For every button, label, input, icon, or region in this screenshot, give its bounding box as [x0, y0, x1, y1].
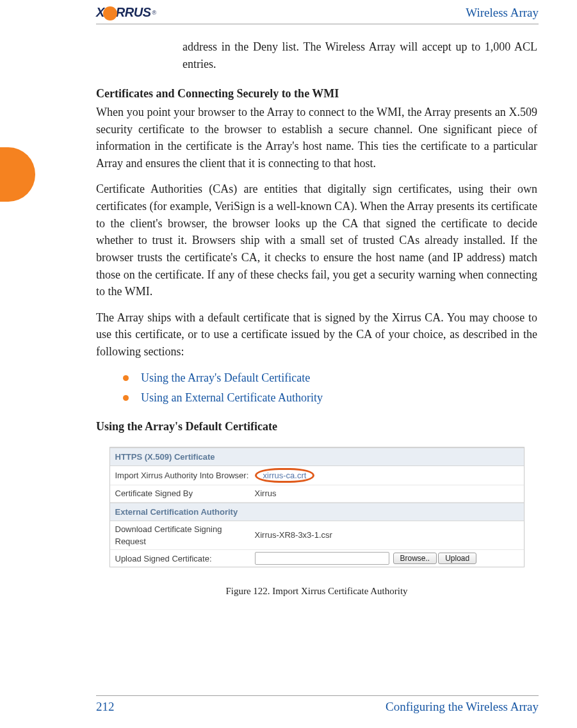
upload-button[interactable]: Upload [438, 553, 476, 564]
footer-title: Configuring the Wireless Array [386, 700, 539, 714]
figure-caption: Figure 122. Import Xirrus Certificate Au… [96, 584, 537, 598]
page-footer: 212 Configuring the Wireless Array [96, 695, 539, 714]
label-download-csr: Download Certificate Signing Request [115, 523, 255, 547]
label-upload-cert: Upload Signed Certificate: [115, 553, 255, 565]
label-signed-by: Certificate Signed By [115, 487, 255, 499]
label-import-authority: Import Xirrus Authority Into Browser: [115, 469, 255, 481]
logo-suffix: RRUS [116, 5, 151, 20]
page-header: XRRUS® Wireless Array [96, 5, 539, 24]
link-default-certificate[interactable]: Using the Array's Default Certificate [123, 369, 537, 387]
intro-paragraph: address in the Deny list. The Wireless A… [96, 38, 537, 72]
logo-dot-icon [103, 6, 117, 20]
link-external-ca[interactable]: Using an External Certificate Authority [123, 389, 537, 407]
page-number: 212 [96, 700, 115, 714]
row-upload-cert: Upload Signed Certificate: Browse.. Uplo… [110, 550, 524, 567]
row-download-csr: Download Certificate Signing Request Xir… [110, 521, 524, 550]
paragraph-2: Certificate Authorities (CAs) are entiti… [96, 181, 537, 300]
section-heading-certificates: Certificates and Connecting Securely to … [96, 85, 537, 102]
input-upload-cert-path[interactable] [255, 552, 389, 565]
browse-button[interactable]: Browse.. [393, 553, 437, 564]
value-signed-by: Xirrus [255, 487, 277, 499]
subhead-default-certificate: Using the Array's Default Certificate [96, 418, 537, 435]
category-https-cert: HTTPS (X.509) Certificate [110, 448, 524, 466]
side-thumb-tab [0, 147, 35, 202]
logo-registered: ® [152, 10, 156, 16]
category-external-ca: External Certification Authority [110, 503, 524, 521]
page: XRRUS® Wireless Array address in the Den… [0, 0, 577, 728]
link-bullet-list: Using the Array's Default Certificate Us… [96, 369, 537, 407]
header-title: Wireless Array [466, 6, 539, 20]
certificate-settings-panel: HTTPS (X.509) Certificate Import Xirrus … [110, 447, 524, 568]
row-import-authority: Import Xirrus Authority Into Browser: xi… [110, 466, 524, 486]
xirrus-logo: XRRUS® [96, 5, 156, 20]
paragraph-1: When you point your browser to the Array… [96, 104, 537, 172]
content-area: address in the Deny list. The Wireless A… [96, 38, 537, 608]
link-xirrus-ca-crt[interactable]: xirrus-ca.crt [255, 468, 315, 483]
row-signed-by: Certificate Signed By Xirrus [110, 485, 524, 502]
paragraph-3: The Array ships with a default certifica… [96, 309, 537, 360]
value-download-csr: Xirrus-XR8-3x3-1.csr [255, 529, 332, 541]
